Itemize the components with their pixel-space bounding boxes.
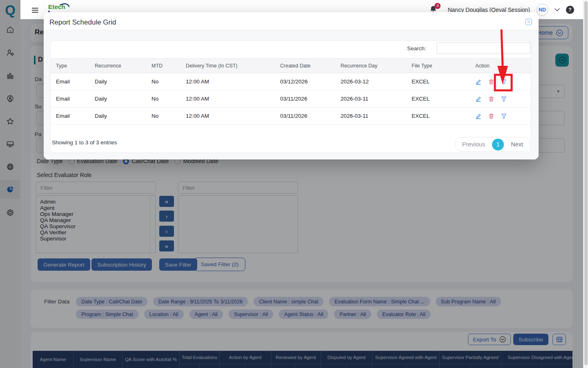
app-root: Q [0, 0, 588, 368]
filter-icon[interactable] [501, 96, 507, 102]
table-row: EmailDaily No12:00 AM 03/11/20262026-03-… [51, 108, 531, 125]
edit-icon[interactable] [475, 79, 482, 85]
showing-entries-text: Showing 1 to 3 of 3 entries [52, 139, 117, 153]
notification-badge: 0 [434, 3, 441, 9]
filter-icon[interactable] [501, 113, 507, 119]
delete-icon[interactable] [488, 96, 494, 102]
chevron-down-icon[interactable] [555, 8, 560, 11]
schedule-table-header: TypeRecurrence MTDDelivery Time (In CST)… [51, 58, 531, 73]
close-icon[interactable]: ✕ [525, 18, 532, 25]
pagination-previous[interactable]: Previous [455, 141, 492, 148]
delete-icon[interactable] [488, 113, 494, 119]
table-footer: Showing 1 to 3 of 3 entries Previous 1 N… [51, 125, 531, 153]
search-label: Search: [407, 45, 426, 52]
hamburger-menu-icon[interactable] [32, 7, 38, 14]
modal-body: Search: TypeRecurrence MTDDelivery Time … [44, 30, 539, 159]
pagination-page-1[interactable]: 1 [492, 139, 504, 150]
table-row: EmailDaily No12:00 AM 03/11/20262026-03-… [51, 90, 531, 108]
edit-icon[interactable] [475, 96, 482, 102]
help-icon[interactable]: ? [566, 6, 574, 14]
page-scrollbar[interactable] [583, 0, 588, 368]
scrollbar-thumb[interactable] [584, 1, 588, 365]
report-schedule-grid-modal: Report Schedule Grid ✕ Search: TypeRecur… [44, 12, 539, 159]
table-row: EmailDaily No12:00 AM 03/12/20262026-03-… [51, 73, 531, 90]
pagination-next[interactable]: Next [504, 141, 530, 148]
search-input[interactable] [437, 42, 531, 54]
delete-icon[interactable] [488, 79, 494, 85]
modal-title: Report Schedule Grid [49, 18, 116, 27]
edit-icon[interactable] [475, 113, 482, 119]
pagination: Previous 1 Next [455, 137, 530, 152]
schedule-table-card: Search: TypeRecurrence MTDDelivery Time … [50, 40, 531, 153]
filter-icon[interactable] [501, 79, 507, 85]
avatar[interactable]: ND [536, 4, 548, 16]
